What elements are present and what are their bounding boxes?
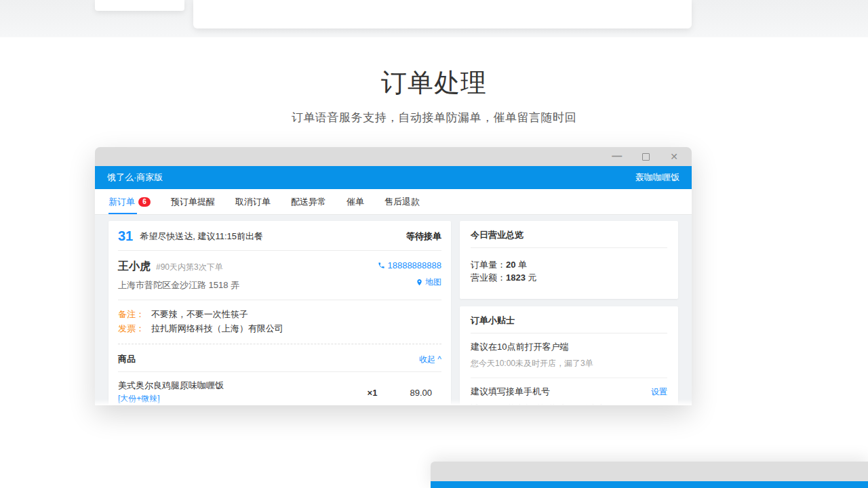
product-spec: [大份+微辣] xyxy=(118,393,357,405)
next-window-titlebar xyxy=(431,462,868,481)
revenue-value: 1823 xyxy=(506,272,526,283)
remark-label: 备注： xyxy=(118,309,144,319)
next-window-app-header xyxy=(431,481,868,488)
order-tips-card: 订单小贴士 建议在10点前打开客户端 您今天10:00未及时开店，漏了3单 建议… xyxy=(460,306,678,405)
section-hero: 订单处理 订单语音服务支持，自动接单防漏单，催单留言随时回 xyxy=(0,66,868,125)
phone-link[interactable]: 18888888888 xyxy=(378,260,441,270)
order-card: 31 希望尽快送达, 建议11:15前出餐 等待接单 王小虎 #90天内第3次下… xyxy=(108,221,451,405)
new-order-count-badge: 6 xyxy=(138,197,151,207)
product-name: 美式奥尔良鸡腿原味咖喱饭 xyxy=(118,380,357,391)
tab-urge-order[interactable]: 催单 xyxy=(347,189,364,214)
tip-item: 建议在10点前打开客户端 您今天10:00未及时开店，漏了3单 xyxy=(471,333,667,378)
tip-title: 建议在10点前打开客户端 xyxy=(471,341,568,353)
customer-address: 上海市普陀区金沙江路 1518 弄 xyxy=(118,279,378,291)
right-sidebar: 今日营业总览 订单量：20 单 营业额：1823 元 订单小贴士 xyxy=(460,221,678,405)
previous-window-body-remnant xyxy=(193,0,692,28)
order-tabbar: 新订单 6 预订单提醒 取消订单 配送异常 催单 售后退款 xyxy=(95,189,692,215)
order-instruction: 希望尽快送达, 建议11:15前出餐 xyxy=(140,230,263,243)
order-count-label: 订单量： xyxy=(471,260,506,270)
product-row: 美式奥尔良鸡腿原味咖喱饭 [大份+微辣] ×1 89.00 xyxy=(118,372,441,405)
order-tips-title: 订单小贴士 xyxy=(471,314,667,333)
next-section-window-remnant xyxy=(431,462,868,488)
app-brand: 饿了么·商家版 xyxy=(107,171,163,184)
previous-section-strip xyxy=(0,0,868,37)
revenue-row: 营业额：1823 元 xyxy=(471,271,667,284)
invoice-label: 发票： xyxy=(118,323,144,333)
close-icon[interactable]: ✕ xyxy=(670,152,678,161)
order-serial-number: 31 xyxy=(118,228,133,244)
order-count-row: 订单量：20 单 xyxy=(471,258,667,271)
tip-description: 您今天10:00未及时开店，漏了3单 xyxy=(471,358,667,369)
invoice-text: 拉扎斯网络科技（上海）有限公司 xyxy=(151,323,283,333)
products-title: 商品 xyxy=(118,353,136,365)
window-titlebar: — ✕ xyxy=(95,147,692,166)
tab-cancelled-orders[interactable]: 取消订单 xyxy=(235,189,271,214)
section-subtitle: 订单语音服务支持，自动接单防漏单，催单留言随时回 xyxy=(0,110,868,125)
section-title: 订单处理 xyxy=(0,66,868,99)
map-link[interactable]: 地图 xyxy=(416,277,441,288)
customer-repeat-info: #90天内第3次下单 xyxy=(156,262,223,273)
product-qty: ×1 xyxy=(357,388,387,398)
tab-label: 售后退款 xyxy=(384,196,420,208)
revenue-label: 营业额： xyxy=(471,272,506,283)
products-header: 商品 收起 ^ xyxy=(118,344,441,372)
business-summary-card: 今日营业总览 订单量：20 单 营业额：1823 元 xyxy=(460,221,678,299)
tab-preorder-reminder[interactable]: 预订单提醒 xyxy=(171,189,215,214)
phone-number: 18888888888 xyxy=(387,260,441,270)
remarks-section: 备注： 不要辣，不要一次性筷子 发票： 拉扎斯网络科技（上海）有限公司 xyxy=(118,300,441,344)
maximize-icon[interactable] xyxy=(642,153,650,161)
revenue-unit: 元 xyxy=(526,272,537,283)
app-window: — ✕ 饿了么·商家版 轰咖咖喱饭 新订单 6 预订单提醒 取消订单 配送异常 … xyxy=(95,147,692,405)
minimize-icon[interactable]: — xyxy=(612,150,622,161)
customer-section: 王小虎 #90天内第3次下单 上海市普陀区金沙江路 1518 弄 1888888… xyxy=(118,251,441,300)
page: 订单处理 订单语音服务支持，自动接单防漏单，催单留言随时回 — ✕ 饿了么·商家… xyxy=(0,0,868,488)
tab-label: 预订单提醒 xyxy=(171,196,215,208)
map-label: 地图 xyxy=(425,277,441,288)
collapse-toggle[interactable]: 收起 ^ xyxy=(419,354,441,365)
order-count-value: 20 xyxy=(506,260,515,270)
tab-new-orders[interactable]: 新订单 6 xyxy=(108,189,151,214)
business-summary-title: 今日营业总览 xyxy=(471,229,667,248)
tab-delivery-exception[interactable]: 配送异常 xyxy=(291,189,326,214)
maximize-box-glyph xyxy=(642,153,650,161)
tab-after-sales-refund[interactable]: 售后退款 xyxy=(384,189,420,214)
tab-label: 取消订单 xyxy=(235,196,271,208)
phone-icon xyxy=(378,262,385,269)
previous-window-sidebar-remnant xyxy=(95,0,184,11)
order-status: 等待接单 xyxy=(406,230,441,243)
store-name: 轰咖咖喱饭 xyxy=(635,171,679,184)
map-pin-icon xyxy=(416,279,423,286)
remark-text: 不要辣，不要一次性筷子 xyxy=(151,309,248,319)
tab-label: 配送异常 xyxy=(291,196,326,208)
order-card-header: 31 希望尽快送达, 建议11:15前出餐 等待接单 xyxy=(118,221,441,251)
tip-title: 建议填写接单手机号 xyxy=(471,386,550,398)
tip-item: 建议填写接单手机号 设置 近7天，平均出餐时间落后67%的商家 xyxy=(471,378,667,405)
tab-label: 新订单 xyxy=(108,196,135,208)
customer-info: 王小虎 #90天内第3次下单 上海市普陀区金沙江路 1518 弄 xyxy=(118,260,378,291)
tip-settings-link[interactable]: 设置 xyxy=(651,386,667,398)
app-header: 饿了么·商家版 轰咖咖喱饭 xyxy=(95,166,692,189)
order-count-unit: 单 xyxy=(515,260,527,270)
customer-contact: 18888888888 地图 xyxy=(378,260,441,291)
product-price: 89.00 xyxy=(387,388,441,398)
tab-label: 催单 xyxy=(347,196,364,208)
customer-name: 王小虎 xyxy=(118,260,151,274)
order-content-area: 31 希望尽快送达, 建议11:15前出餐 等待接单 王小虎 #90天内第3次下… xyxy=(95,215,692,405)
tip-description: 近7天，平均出餐时间落后67%的商家 xyxy=(471,403,667,405)
